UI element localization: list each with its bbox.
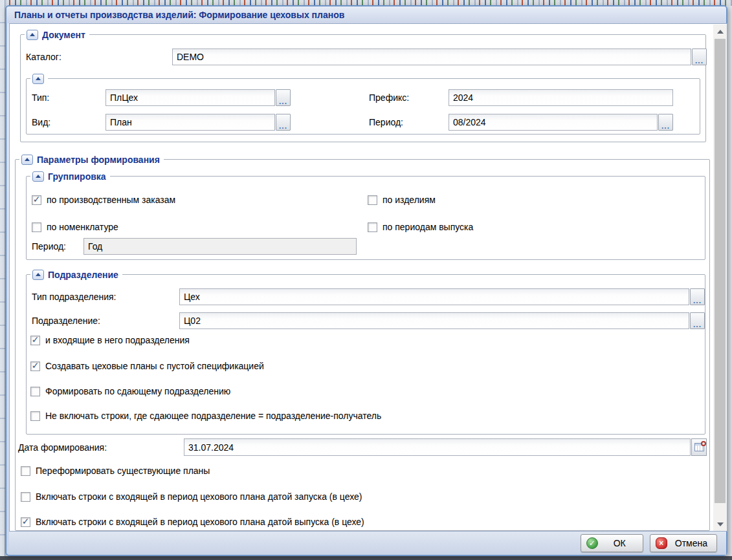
chevron-up-icon: [25, 158, 30, 161]
dept-type-field: ...: [179, 288, 705, 305]
checkbox-label: Переформировать существующие планы: [36, 466, 210, 476]
group-department: Подразделение Тип подразделения: ... Под…: [26, 274, 705, 435]
kind-field: ...: [105, 114, 291, 131]
checkbox-exclude-self-delivery-rows[interactable]: ✓: [30, 411, 40, 421]
checkbox-include-launch-date-rows[interactable]: ✓: [21, 492, 30, 502]
checkbox-include-child-departments[interactable]: ✓: [30, 336, 40, 345]
dept-input[interactable]: [179, 312, 689, 329]
catalog-browse-button[interactable]: ...: [692, 48, 707, 65]
ellipsis-icon: ...: [661, 124, 670, 129]
formation-date-field: [184, 438, 707, 456]
collapse-formation-parameters-button[interactable]: [21, 155, 33, 165]
dept-browse-button[interactable]: ...: [690, 312, 705, 329]
checkbox-row-include-launch-date-rows[interactable]: ✓ Включать строки с входящей в период це…: [21, 490, 362, 503]
checkbox-form-by-delivering-department[interactable]: ✓: [30, 387, 40, 396]
checkbox-label: Включать строки с входящей в период цехо…: [36, 517, 364, 527]
chevron-up-icon: [36, 273, 41, 276]
checkbox-row-create-empty-spec-plans[interactable]: ✓ Создавать цеховые планы с пустой специ…: [30, 360, 264, 372]
checkbox-include-output-date-rows[interactable]: ✓: [21, 517, 30, 527]
checkbox-row-by-output-periods[interactable]: ✓ по периодам выпуска: [368, 221, 473, 233]
checkbox-by-nomenclature[interactable]: ✓: [32, 222, 41, 232]
dept-type-browse-button[interactable]: ...: [690, 288, 705, 305]
prefix-label: Префикс:: [369, 92, 409, 103]
check-icon: ✓: [22, 517, 30, 526]
group-grouping: Группировка ✓ по производственным заказа…: [26, 176, 705, 260]
prefix-field: [449, 89, 673, 106]
formation-date-input[interactable]: [184, 438, 691, 456]
type-label: Тип:: [32, 92, 49, 103]
group-document-details: Тип: ... Вид: ... Префикс: Период: .: [26, 78, 700, 135]
checkbox-label: по номенклатуре: [47, 222, 118, 232]
catalog-input[interactable]: [172, 48, 691, 65]
scroll-up-button[interactable]: [713, 26, 727, 37]
collapse-document-button[interactable]: [27, 30, 38, 40]
collapse-department-button[interactable]: [32, 270, 44, 280]
dialog-content: Документ Каталог: ... Тип: ... Вид:: [9, 23, 727, 532]
formation-date-label: Дата формирования:: [18, 442, 107, 453]
ellipsis-icon: ...: [693, 298, 702, 303]
period-input[interactable]: [449, 114, 658, 131]
checkbox-row-include-child-departments[interactable]: ✓ и входящие в него подразделения: [30, 334, 190, 347]
type-input[interactable]: [105, 89, 275, 106]
period-browse-button[interactable]: ...: [658, 114, 673, 131]
catalog-field: ...: [172, 48, 707, 65]
grouping-period-field: [83, 238, 357, 255]
chevron-up-icon: [717, 30, 724, 34]
checkbox-row-exclude-self-delivery-rows[interactable]: ✓ Не включать строки, где сдающее подраз…: [30, 409, 381, 422]
vertical-scrollbar[interactable]: [713, 25, 727, 531]
checkbox-create-empty-spec-plans[interactable]: ✓: [30, 361, 40, 371]
group-grouping-title: Группировка: [48, 171, 106, 182]
check-icon: ✓: [32, 335, 39, 344]
type-field: ...: [105, 89, 291, 106]
checkbox-label: по периодам выпуска: [383, 222, 473, 232]
checkbox-reform-existing-plans[interactable]: ✓: [21, 466, 30, 476]
scroll-thumb[interactable]: [715, 39, 726, 503]
prefix-input[interactable]: [449, 89, 673, 106]
dept-label: Подразделение:: [32, 316, 100, 326]
check-icon: ✓: [33, 195, 41, 204]
type-browse-button[interactable]: ...: [276, 89, 291, 106]
dialog-titlebar[interactable]: Планы и отчеты производства изделий: Фор…: [6, 6, 726, 23]
dialog-footer: ✓ ОК × Отмена: [9, 532, 726, 555]
collapse-grouping-button[interactable]: [32, 171, 44, 182]
collapse-document-details-button[interactable]: [32, 74, 44, 84]
background-app-bottom: [0, 556, 732, 560]
group-grouping-legend: Группировка: [30, 170, 110, 182]
checkbox-label: Создавать цеховые планы с пустой специфи…: [45, 361, 264, 371]
group-document: Документ Каталог: ... Тип: ... Вид:: [20, 34, 706, 142]
chevron-up-icon: [36, 175, 41, 178]
checkbox-by-output-periods[interactable]: ✓: [368, 222, 377, 232]
grouping-period-label: Период:: [32, 241, 66, 252]
scroll-down-button[interactable]: [713, 519, 727, 530]
checkbox-label: по производственным заказам: [47, 195, 175, 205]
checkbox-by-production-orders[interactable]: ✓: [32, 195, 41, 205]
checkbox-row-reform-existing-plans[interactable]: ✓ Переформировать существующие планы: [21, 464, 210, 477]
cancel-button[interactable]: × Отмена: [650, 534, 717, 552]
kind-browse-button[interactable]: ...: [276, 114, 291, 131]
ok-check-icon: ✓: [586, 537, 598, 549]
group-formation-parameters-title: Параметры формирования: [37, 155, 160, 165]
cancel-x-icon: ×: [656, 537, 667, 549]
calendar-icon: [694, 443, 704, 451]
group-department-legend: Подразделение: [30, 268, 122, 281]
kind-input[interactable]: [105, 114, 275, 131]
checkbox-row-form-by-delivering-department[interactable]: ✓ Формировать по сдающему подразделению: [30, 385, 230, 398]
dept-field: ...: [179, 312, 705, 329]
ellipsis-icon: ...: [695, 58, 704, 63]
period-field: ...: [449, 114, 673, 131]
checkbox-row-by-nomenclature[interactable]: ✓ по номенклатуре: [32, 221, 118, 233]
dialog-shop-plans-formation: Планы и отчеты производства изделий: Фор…: [5, 5, 727, 556]
checkbox-label: по изделиям: [383, 195, 436, 205]
ellipsis-icon: ...: [279, 124, 287, 129]
dept-type-input[interactable]: [179, 288, 689, 305]
chevron-up-icon: [30, 33, 35, 36]
group-formation-parameters-legend: Параметры формирования: [19, 153, 164, 166]
checkbox-by-products[interactable]: ✓: [368, 195, 377, 205]
group-department-title: Подразделение: [48, 270, 118, 280]
ok-button[interactable]: ✓ ОК: [581, 534, 643, 552]
formation-date-calendar-button[interactable]: [691, 438, 707, 456]
checkbox-row-by-production-orders[interactable]: ✓ по производственным заказам: [32, 193, 175, 206]
checkbox-row-by-products[interactable]: ✓ по изделиям: [368, 193, 436, 206]
chevron-down-icon: [717, 522, 724, 526]
checkbox-row-include-output-date-rows[interactable]: ✓ Включать строки с входящей в период це…: [21, 515, 364, 528]
